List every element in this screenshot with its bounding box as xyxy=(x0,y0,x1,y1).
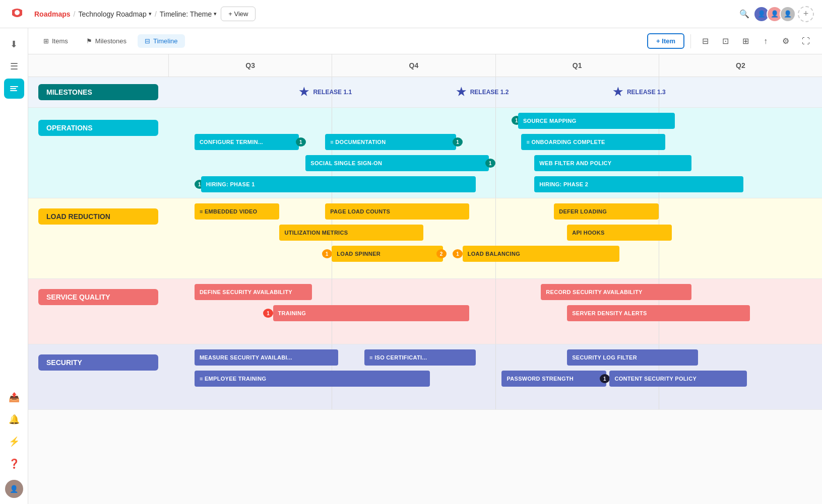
items-icon: ⊞ xyxy=(43,37,49,45)
timeline-tab-icon: ⊟ xyxy=(145,37,150,45)
layout-icon[interactable]: ⊞ xyxy=(737,33,753,49)
svg-rect-3 xyxy=(10,88,16,89)
fullscreen-icon[interactable]: ⛶ xyxy=(798,33,814,49)
bar-hiring-2[interactable]: HIRING: PHASE 2 xyxy=(534,176,743,192)
bar-embedded-video[interactable]: ≡ EMBEDDED VIDEO xyxy=(195,203,280,220)
bar-web-filter[interactable]: WEB FILTER AND POLICY xyxy=(534,155,691,171)
bar-password-strength[interactable]: PASSWORD STRENGTH xyxy=(501,371,606,387)
star-icon-3: ★ xyxy=(613,86,623,99)
add-item-button[interactable]: + Item xyxy=(647,33,684,49)
bar-employee-training[interactable]: ≡ EMPLOYEE TRAINING xyxy=(195,371,430,387)
nav-sep2: / xyxy=(155,10,157,18)
tab-milestones[interactable]: ⚑ Milestones xyxy=(79,34,134,48)
bar-page-load[interactable]: PAGE LOAD COUNTS xyxy=(325,203,469,220)
milestones-row: MILESTONES ★ RELEASE 1.1 ★ RELEASE 1.2 xyxy=(28,77,822,108)
settings-icon[interactable]: ⚙ xyxy=(778,33,794,49)
bar-social-sso[interactable]: SOCIAL SINGLE SIGN-ON xyxy=(305,155,488,171)
sidebar-list[interactable]: ☰ xyxy=(4,56,24,77)
bar-content-security[interactable]: CONTENT SECURITY POLICY xyxy=(609,371,746,387)
operations-label-cell: OPERATIONS xyxy=(28,108,168,198)
operations-label: OPERATIONS xyxy=(38,120,158,136)
milestones-icon: ⚑ xyxy=(86,37,92,45)
bar-load-balancing[interactable]: LOAD BALANCING xyxy=(463,246,619,262)
bar-row-load-2: UTILIZATION METRICS API HOOKS xyxy=(168,224,822,242)
bar-measure-security[interactable]: MEASURE SECURITY AVAILABI... xyxy=(195,349,338,366)
bar-api-hooks[interactable]: API HOOKS xyxy=(567,225,672,241)
load-reduction-content: ≡ EMBEDDED VIDEO PAGE LOAD COUNTS DEFER … xyxy=(168,198,822,278)
user-avatar[interactable]: 👤 xyxy=(5,480,23,498)
sidebar: ⬇ ☰ 📤 🔔 ⚡ ❓ 👤 xyxy=(0,28,28,504)
bar-security-log[interactable]: SECURITY LOG FILTER xyxy=(567,349,698,366)
sidebar-timeline-active[interactable] xyxy=(4,79,24,99)
load-reduction-label: LOAD REDUCTION xyxy=(38,208,158,225)
bar-server-density[interactable]: SERVER DENSITY ALERTS xyxy=(567,305,750,321)
bar-documentation[interactable]: ≡ DOCUMENTATION xyxy=(325,134,456,150)
bar-source-mapping[interactable]: SOURCE MAPPING xyxy=(518,113,675,129)
bar-row-sq-2: 1 TRAINING SERVER DENSITY ALERTS xyxy=(168,304,822,322)
quarter-q2: Q2 xyxy=(659,54,822,77)
top-nav: Roadmaps / Technology Roadmap ▾ / Timeli… xyxy=(0,0,822,28)
add-member-button[interactable]: + xyxy=(798,6,814,22)
nav-tech-roadmap[interactable]: Technology Roadmap ▾ xyxy=(78,10,151,18)
bar-training[interactable]: TRAINING xyxy=(273,305,469,321)
bar-utilization[interactable]: UTILIZATION METRICS xyxy=(279,225,423,241)
breadcrumb: Roadmaps / Technology Roadmap ▾ / Timeli… xyxy=(34,10,217,18)
nav-roadmaps[interactable]: Roadmaps xyxy=(34,10,71,18)
bar-row-load-1: ≡ EMBEDDED VIDEO PAGE LOAD COUNTS DEFER … xyxy=(168,202,822,221)
search-icon[interactable]: 🔍 xyxy=(736,6,752,22)
row-label-spacer xyxy=(28,54,168,77)
app-logo xyxy=(8,5,26,23)
bar-row-load-3: 1 LOAD SPINNER 2 1 LOAD BALANCING xyxy=(168,245,822,263)
security-label-cell: SECURITY xyxy=(28,344,168,409)
group-icon[interactable]: ⊡ xyxy=(717,33,733,49)
quarter-q1: Q1 xyxy=(495,54,659,77)
bar-define-security[interactable]: DEFINE SECURITY AVAILABILITY xyxy=(195,284,312,300)
service-quality-content: DEFINE SECURITY AVAILABILITY RECORD SECU… xyxy=(168,279,822,344)
milestones-content: ★ RELEASE 1.1 ★ RELEASE 1.2 ★ RELEASE 1.… xyxy=(168,77,822,107)
sidebar-upload[interactable]: 📤 xyxy=(4,387,24,407)
sidebar-bolt[interactable]: ⚡ xyxy=(4,431,24,452)
timeline-area: Q3 Q4 Q1 Q2 MILESTONES ★ RELEASE 1.1 xyxy=(28,54,822,504)
toolbar-divider xyxy=(690,34,691,48)
milestones-label-cell: MILESTONES xyxy=(28,77,168,107)
operations-content: 1 SOURCE MAPPING CONFIGURE TERMIN... 1 ≡… xyxy=(168,108,822,198)
security-section: SECURITY MEASURE SECURITY AVAILABI... ≡ … xyxy=(28,344,822,410)
filter-icon[interactable]: ⊟ xyxy=(697,33,713,49)
add-view-button[interactable]: + View xyxy=(221,7,256,21)
milestone-3: ★ RELEASE 1.3 xyxy=(613,86,666,99)
bar-load-spinner[interactable]: LOAD SPINNER xyxy=(332,246,442,262)
tab-items[interactable]: ⊞ Items xyxy=(36,34,75,48)
avatar-group: 👤 👤 👤 + xyxy=(756,6,814,22)
timeline-icon xyxy=(9,84,19,94)
quarter-q4: Q4 xyxy=(332,54,495,77)
operations-section: OPERATIONS 1 SOURCE MAPPING CONFIGURE TE… xyxy=(28,108,822,198)
star-icon-2: ★ xyxy=(456,86,466,99)
bar-defer-loading[interactable]: DEFER LOADING xyxy=(554,203,659,220)
svg-rect-4 xyxy=(10,90,17,91)
svg-point-1 xyxy=(15,10,20,15)
chevron-down-icon2: ▾ xyxy=(214,11,217,17)
sidebar-question[interactable]: ❓ xyxy=(4,454,24,474)
bar-row-ops-1: 1 SOURCE MAPPING xyxy=(168,112,822,130)
bar-row-ops-4: 1 HIRING: PHASE 1 HIRING: PHASE 2 xyxy=(168,175,822,193)
milestone-2: ★ RELEASE 1.2 xyxy=(456,86,509,99)
service-quality-label: SERVICE QUALITY xyxy=(38,289,158,305)
tab-timeline[interactable]: ⊟ Timeline xyxy=(138,34,185,48)
bar-record-security[interactable]: RECORD SECURITY AVAILABILITY xyxy=(541,284,691,300)
milestones-label: MILESTONES xyxy=(38,84,158,100)
bar-row-ops-2: CONFIGURE TERMIN... 1 ≡ DOCUMENTATION 1 … xyxy=(168,133,822,151)
bar-row-sq-1: DEFINE SECURITY AVAILABILITY RECORD SECU… xyxy=(168,283,822,301)
sidebar-bell[interactable]: 🔔 xyxy=(4,409,24,429)
bar-row-sec-1: MEASURE SECURITY AVAILABI... ≡ ISO CERTI… xyxy=(168,348,822,367)
chevron-down-icon: ▾ xyxy=(149,11,152,17)
sidebar-download[interactable]: ⬇ xyxy=(4,34,24,54)
bar-onboarding[interactable]: ≡ ONBOARDING COMPLETE xyxy=(521,134,665,150)
load-reduction-section: LOAD REDUCTION ≡ EMBEDDED VIDEO PAGE LOA… xyxy=(28,198,822,279)
export-icon[interactable]: ↑ xyxy=(757,33,774,49)
bar-configure-termin[interactable]: CONFIGURE TERMIN... xyxy=(195,134,299,150)
service-quality-section: SERVICE QUALITY DEFINE SECURITY AVAILABI… xyxy=(28,279,822,344)
bar-hiring-1[interactable]: HIRING: PHASE 1 xyxy=(201,176,476,192)
nav-timeline[interactable]: Timeline: Theme ▾ xyxy=(160,10,217,18)
bar-iso-cert[interactable]: ≡ ISO CERTIFICATI... xyxy=(364,349,475,366)
bar-row-sec-2: ≡ EMPLOYEE TRAINING PASSWORD STRENGTH 1 … xyxy=(168,370,822,388)
